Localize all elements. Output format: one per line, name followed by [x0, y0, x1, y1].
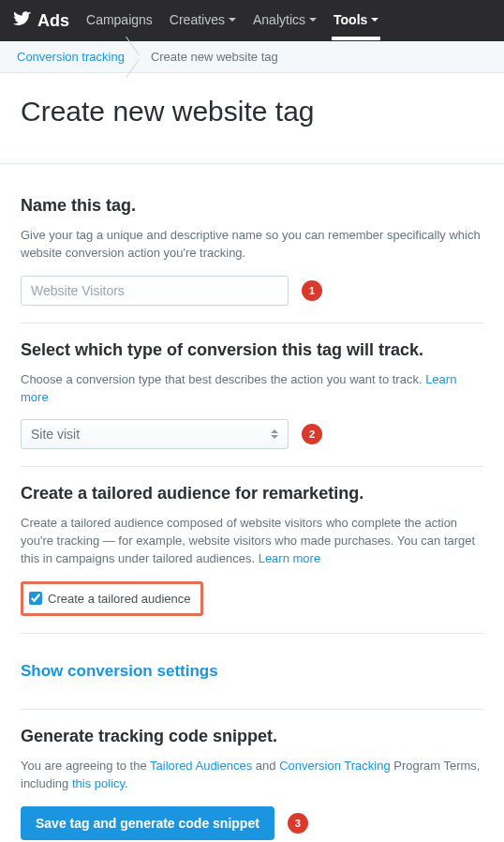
brand-text: Ads: [37, 11, 69, 31]
chevron-down-icon: [229, 18, 236, 22]
section-tailored-audience: Create a tailored audience for remarketi…: [21, 466, 483, 633]
breadcrumb-current: Create new website tag: [151, 50, 278, 64]
annotation-badge-3: 3: [288, 813, 308, 834]
chevron-down-icon: [371, 18, 378, 22]
section-generate-snippet: Generate tracking code snippet. You are …: [21, 709, 483, 842]
section-heading: Generate tracking code snippet.: [21, 727, 483, 746]
nav-label: Tools: [334, 12, 367, 27]
nav-tools[interactable]: Tools: [334, 12, 378, 29]
page-title: Create new website tag: [0, 73, 504, 152]
section-heading: Name this tag.: [21, 196, 483, 216]
section-description: Give your tag a unique and descriptive n…: [21, 227, 483, 263]
top-nav: Ads Campaigns Creatives Analytics Tools: [0, 0, 504, 41]
tag-name-input[interactable]: Website Visitors: [21, 276, 289, 306]
nav-label: Campaigns: [86, 12, 153, 27]
section-heading: Create a tailored audience for remarketi…: [21, 484, 483, 504]
select-value: Site visit: [31, 427, 80, 442]
nav-creatives[interactable]: Creatives: [170, 12, 236, 29]
tailored-audience-checkbox[interactable]: [29, 592, 42, 605]
nav-label: Creatives: [170, 12, 225, 27]
tailored-audiences-link[interactable]: Tailored Audiences: [150, 759, 252, 773]
brand-logo: Ads: [13, 9, 69, 33]
learn-more-link[interactable]: Learn more: [259, 551, 320, 565]
conversion-type-select[interactable]: Site visit: [21, 419, 289, 449]
annotation-badge-2: 2: [302, 424, 322, 444]
breadcrumb: Conversion tracking Create new website t…: [0, 41, 504, 73]
form-panel: Name this tag. Give your tag a unique an…: [0, 163, 504, 842]
checkbox-label[interactable]: Create a tailored audience: [48, 592, 191, 606]
section-conversion-settings: Show conversion settings: [21, 633, 483, 709]
field-row: Website Visitors 1: [21, 276, 483, 306]
section-description: Create a tailored audience composed of w…: [21, 515, 483, 568]
show-conversion-settings-toggle[interactable]: Show conversion settings: [21, 662, 483, 681]
annotation-badge-1: 1: [302, 280, 322, 301]
nav-analytics[interactable]: Analytics: [253, 12, 317, 29]
section-heading: Select which type of conversion this tag…: [21, 340, 483, 360]
field-row: Save tag and generate code snippet 3: [21, 806, 483, 840]
this-policy-link[interactable]: this policy: [72, 776, 125, 790]
breadcrumb-link-conversion-tracking[interactable]: Conversion tracking: [17, 50, 125, 64]
input-placeholder: Website Visitors: [31, 283, 125, 298]
conversion-tracking-link[interactable]: Conversion Tracking: [279, 759, 391, 773]
nav-campaigns[interactable]: Campaigns: [86, 12, 153, 29]
chevron-down-icon: [309, 18, 317, 22]
select-arrows-icon: [271, 429, 278, 439]
twitter-icon: [13, 9, 32, 33]
save-generate-button[interactable]: Save tag and generate code snippet: [21, 806, 274, 840]
tailored-audience-checkbox-highlight: Create a tailored audience: [21, 581, 203, 616]
section-conversion-type: Select which type of conversion this tag…: [21, 323, 483, 467]
nav-label: Analytics: [253, 12, 305, 27]
section-description: Choose a conversion type that best descr…: [21, 371, 483, 407]
section-name-tag: Name this tag. Give your tag a unique an…: [21, 179, 483, 323]
section-description: You are agreeing to the Tailored Audienc…: [21, 758, 483, 793]
field-row: Site visit 2: [21, 419, 483, 449]
breadcrumb-separator-icon: [128, 41, 147, 73]
